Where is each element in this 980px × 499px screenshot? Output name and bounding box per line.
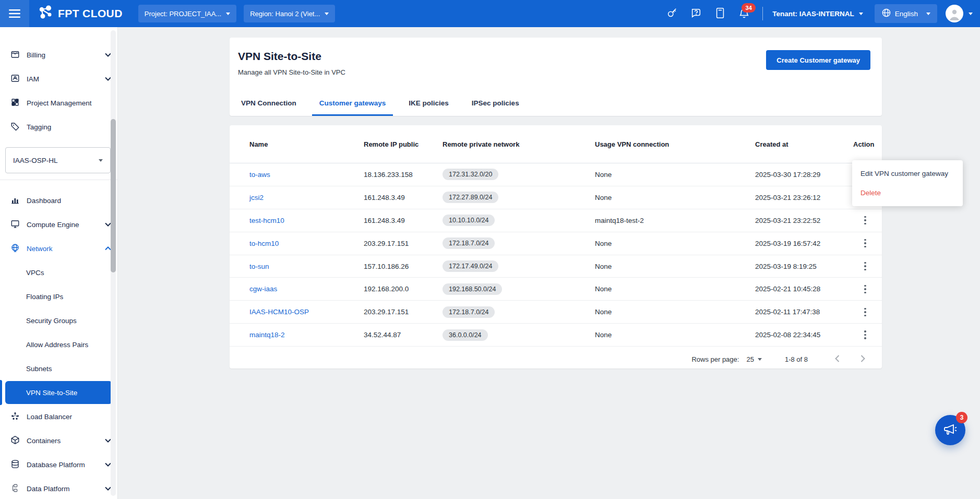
column-header-name: Name [249,140,364,148]
next-page-button[interactable] [857,355,868,364]
tabs: VPN Connection Customer gateways IKE pol… [234,99,535,116]
rows-per-page-select[interactable]: 25 [746,355,761,363]
gateways-table-card: Name Remote IP public Remote private net… [230,125,882,369]
sidebar-item-subnets[interactable]: Subnets [0,357,117,381]
brand-logo[interactable]: FPT CLOUD [38,5,123,22]
monitor-icon [10,219,20,230]
sidebar-item-database-platform[interactable]: Database Platform [0,453,117,477]
hamburger-menu-button[interactable] [0,0,29,27]
table-row: to-sun 157.10.186.26 172.17.49.0/24 None… [230,255,882,278]
sidebar-scrollbar-thumb[interactable] [111,119,116,272]
gateway-name-link[interactable]: test-hcm10 [249,217,284,224]
sidebar-item-load-balancer[interactable]: Load Balancer [0,405,117,429]
gateway-name-link[interactable]: IAAS-HCM10-OSP [249,308,309,316]
avatar[interactable] [946,5,963,22]
sidebar-item-label: VPN Site-to-Site [26,389,77,397]
remote-ip-cell: 161.248.3.49 [364,217,443,224]
remote-ip-cell: 157.10.186.26 [364,263,443,270]
gateway-name-link[interactable]: maintq18-2 [249,331,285,339]
sidebar-item-label: Billing [27,51,45,59]
region-selector[interactable]: Region: Hanoi 2 (Viet... [244,5,335,22]
sidebar-item-network[interactable]: Network [0,236,117,260]
gateway-name-link[interactable]: to-sun [249,263,269,270]
fpt-cloud-logo-icon [38,5,53,22]
gateway-name-link[interactable]: to-aws [249,171,270,179]
sidebar-item-vpn-site-to-site[interactable]: VPN Site-to-Site [5,381,112,404]
id-card-icon [10,74,20,85]
tab-customer-gateways[interactable]: Customer gateways [312,99,393,116]
chevron-down-icon [226,13,230,15]
row-actions-button[interactable] [857,259,873,274]
sidebar-item-allow-address-pairs[interactable]: Allow Address Pairs [0,332,117,357]
usage-vpn-connection-cell: None [595,331,755,339]
create-customer-gateway-button[interactable]: Create Customer gateway [766,50,870,70]
sidebar-item-vpcs[interactable]: VPCs [0,260,117,284]
grid-icon [10,98,20,109]
tab-ipsec-policies[interactable]: IPSec policies [464,99,527,116]
created-at-cell: 2025-02-11 17:47:38 [755,308,853,316]
load-balancer-icon [10,411,20,422]
api-key-button[interactable] [660,0,684,27]
sidebar: Billing IAM Project Management Tagging I… [0,27,117,499]
usage-vpn-connection-cell: None [595,285,755,293]
language-selector[interactable]: English [875,4,937,23]
remote-ip-cell: 18.136.233.158 [364,171,443,179]
row-actions-button[interactable] [857,305,873,320]
sidebar-item-iam[interactable]: IAM [0,67,117,91]
gateway-name-link[interactable]: cgw-iaas [249,285,277,293]
support-button[interactable] [684,0,708,27]
sidebar-item-label: Project Management [27,99,92,107]
globe-icon [881,8,891,19]
documentation-button[interactable] [708,0,732,27]
remote-ip-cell: 192.168.200.0 [364,285,443,293]
vpc-select[interactable]: IAAS-OSP-HL [5,147,111,173]
remote-private-network-chip: 172.17.49.0/24 [443,260,498,272]
tab-vpn-connection[interactable]: VPN Connection [234,99,304,116]
row-actions-button[interactable] [857,213,873,228]
notifications-button[interactable]: 34 [732,0,756,27]
tab-ike-policies[interactable]: IKE policies [401,99,456,116]
context-menu-item-delete[interactable]: Delete [852,183,963,203]
row-actions-button[interactable] [857,327,873,342]
docs-icon [715,7,725,20]
remote-private-network-chip: 172.31.32.0/20 [443,169,498,180]
support-chat-icon [690,7,702,20]
tenant-selector[interactable]: Tenant: IAAS-INTERNAL [772,10,863,18]
gateway-name-link[interactable]: jcsi2 [249,194,264,201]
row-actions-button[interactable] [857,282,873,297]
sidebar-item-security-groups[interactable]: Security Groups [0,308,117,332]
remote-private-network-chip: 172.27.89.0/24 [443,192,498,203]
created-at-cell: 2025-02-21 10:45:28 [755,285,853,293]
remote-ip-cell: 203.29.17.151 [364,308,443,316]
sidebar-item-compute-engine[interactable]: Compute Engine [0,212,117,236]
remote-private-network-chip: 172.18.7.0/24 [443,237,495,249]
data-nodes-icon [10,483,20,494]
project-selector[interactable]: Project: PROJECT_IAA... [138,5,236,22]
row-actions-button[interactable] [857,236,873,251]
usage-vpn-connection-cell: maintq18-test-2 [595,217,755,224]
usage-vpn-connection-cell: None [595,263,755,270]
hamburger-icon [9,9,20,18]
sidebar-item-label: Database Platform [27,461,85,469]
context-menu-item-edit[interactable]: Edit VPN customer gateway [852,164,963,183]
sidebar-item-label: IAM [27,75,39,83]
usage-vpn-connection-cell: None [595,308,755,316]
sidebar-item-dashboard[interactable]: Dashboard [0,188,117,212]
tenant-label: Tenant: IAAS-INTERNAL [772,10,854,18]
sidebar-item-project-management[interactable]: Project Management [0,91,117,115]
sidebar-item-floating-ips[interactable]: Floating IPs [0,284,117,308]
announcements-fab[interactable]: 3 [935,415,965,445]
rows-per-page-value: 25 [746,355,754,363]
bar-chart-icon [10,195,20,206]
column-header-remote-private-network: Remote private network [443,140,595,148]
sidebar-item-containers[interactable]: Containers [0,429,117,453]
remote-private-network-chip: 192.168.50.0/24 [443,283,502,295]
gateway-name-link[interactable]: to-hcm10 [249,240,279,247]
previous-page-button[interactable] [832,355,843,364]
topbar-right: 34 Tenant: IAAS-INTERNAL English [660,0,980,27]
region-selector-label: Region: Hanoi 2 (Viet... [250,10,320,18]
sidebar-item-tagging[interactable]: Tagging [0,115,117,139]
sidebar-item-billing[interactable]: Billing [0,43,117,67]
chevron-down-icon[interactable] [969,13,973,15]
sidebar-item-data-platform[interactable]: Data Platform [0,477,117,499]
